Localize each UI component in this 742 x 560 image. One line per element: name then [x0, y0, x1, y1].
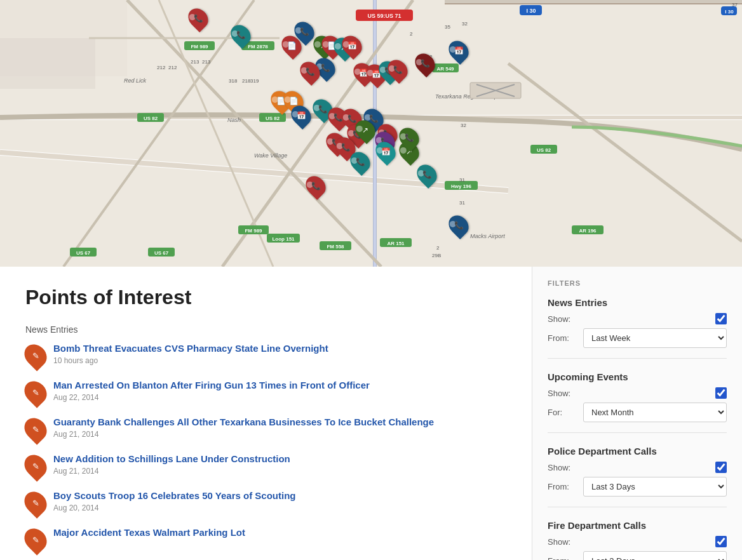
filter-show-checkbox[interactable] — [715, 536, 727, 547]
news-content: Major Accident Texas Walmart Parking Lot — [53, 526, 513, 539]
svg-text:FM 558: FM 558 — [327, 244, 344, 250]
news-date: Aug 21, 2014 — [53, 467, 513, 476]
filter-group-news_entries: News Entries Show: From: Last 24 HoursLa… — [548, 297, 727, 359]
svg-text:US 59:US 71: US 59:US 71 — [367, 13, 401, 19]
filter-from-label: From: — [548, 556, 578, 560]
filter-from-row: From: Last 24 HoursLast 3 DaysLast WeekL… — [548, 328, 727, 348]
news-content: Boy Scouts Troop 16 Celebrates 50 Years … — [53, 490, 513, 512]
news-content: Man Arrested On Blanton After Firing Gun… — [53, 379, 513, 402]
news-headline[interactable]: Man Arrested On Blanton After Firing Gun… — [53, 379, 513, 392]
news-date: 10 hours ago — [53, 356, 513, 365]
news-pin-icon: ✎ — [20, 524, 51, 555]
svg-text:AR 549: AR 549 — [436, 66, 454, 72]
svg-text:212: 212 — [157, 65, 166, 70]
svg-text:318: 318 — [229, 78, 238, 84]
filter-from-label: From: — [548, 333, 578, 343]
filter-group-title: Upcoming Events — [548, 371, 727, 382]
svg-text:35: 35 — [445, 24, 450, 30]
filter-show-label: Show: — [548, 389, 578, 398]
filters-panel: FILTERS News Entries Show: From: Last 24… — [532, 267, 742, 560]
filter-from-select[interactable]: Last 24 HoursLast 3 DaysLast WeekLast Mo… — [583, 551, 727, 560]
news-headline[interactable]: Guaranty Bank Challenges All Other Texar… — [53, 416, 513, 429]
svg-text:I 30: I 30 — [526, 8, 536, 14]
news-item: ✎ Boy Scouts Troop 16 Celebrates 50 Year… — [25, 490, 513, 515]
svg-text:37: 37 — [732, 2, 738, 8]
filter-group-upcoming_events: Upcoming Events Show: For: Next WeekNext… — [548, 371, 727, 433]
svg-text:Nash: Nash — [227, 117, 241, 123]
svg-text:31: 31 — [459, 177, 465, 183]
map-container: US 59:US 71 I 30 I 30 FM 989 FM 2878 US … — [0, 0, 742, 267]
news-pin-icon: ✎ — [20, 450, 51, 481]
svg-text:FM 989: FM 989 — [245, 228, 262, 234]
filter-group-title: News Entries — [548, 297, 727, 308]
svg-text:213: 213 — [191, 59, 199, 65]
filter-show-checkbox[interactable] — [715, 387, 727, 399]
svg-text:2: 2 — [436, 245, 440, 251]
news-section-label: News Entries — [25, 324, 513, 335]
filter-show-row: Show: — [548, 387, 727, 399]
svg-text:32: 32 — [462, 21, 468, 27]
svg-text:AR 196: AR 196 — [579, 228, 597, 234]
filter-group-title: Fire Department Calls — [548, 520, 727, 531]
news-pin-icon: ✎ — [20, 413, 51, 444]
news-headline[interactable]: Bomb Threat Evacuates CVS Pharmacy State… — [53, 342, 513, 355]
svg-text:218: 218 — [242, 78, 251, 84]
news-item: ✎ Major Accident Texas Walmart Parking L… — [25, 526, 513, 552]
filters-title: FILTERS — [548, 279, 727, 287]
svg-text:US 67: US 67 — [76, 250, 91, 256]
filter-show-label: Show: — [548, 537, 578, 547]
news-headline[interactable]: New Addition to Schillings Lane Under Co… — [53, 453, 513, 465]
filter-show-checkbox[interactable] — [715, 462, 727, 473]
filter-from-select[interactable]: Last 24 HoursLast 3 DaysLast WeekLast Mo… — [583, 328, 727, 348]
filter-group-police_calls: Police Department Calls Show: From: Last… — [548, 446, 727, 507]
filter-group-title: Police Department Calls — [548, 446, 727, 457]
news-headline[interactable]: Major Accident Texas Walmart Parking Lot — [53, 526, 513, 539]
filter-show-row: Show: — [548, 536, 727, 547]
page-title: Points of Interest — [25, 286, 513, 309]
svg-text:US 82: US 82 — [266, 116, 280, 121]
svg-text:I 30: I 30 — [725, 9, 734, 15]
filter-show-checkbox[interactable] — [715, 313, 727, 324]
news-content: Bomb Threat Evacuates CVS Pharmacy State… — [53, 342, 513, 365]
svg-text:FM 2878: FM 2878 — [248, 44, 268, 50]
news-content: Guaranty Bank Challenges All Other Texar… — [53, 416, 513, 439]
filter-from-row: From: Last 24 HoursLast 3 DaysLast WeekL… — [548, 551, 727, 560]
svg-text:US 82: US 82 — [537, 147, 551, 153]
content-section: Points of Interest News Entries ✎ Bomb T… — [0, 267, 742, 560]
svg-text:Hwy 196: Hwy 196 — [451, 183, 472, 189]
news-item: ✎ New Addition to Schillings Lane Under … — [25, 453, 513, 478]
svg-text:32: 32 — [461, 123, 466, 128]
filter-from-select[interactable]: Next WeekNext MonthNext 3 Months — [583, 403, 727, 422]
filter-groups: News Entries Show: From: Last 24 HoursLa… — [548, 297, 727, 560]
news-date: Aug 21, 2014 — [53, 430, 513, 439]
svg-text:319: 319 — [250, 78, 259, 84]
news-item: ✎ Man Arrested On Blanton After Firing G… — [25, 379, 513, 404]
svg-text:Loop 151: Loop 151 — [272, 236, 295, 242]
svg-text:Wake Village: Wake Village — [254, 152, 287, 159]
svg-text:2: 2 — [410, 31, 413, 37]
news-date: Aug 22, 2014 — [53, 393, 513, 402]
filter-from-label: From: — [548, 482, 578, 491]
filter-group-fire_calls: Fire Department Calls Show: From: Last 2… — [548, 520, 727, 560]
news-item: ✎ Guaranty Bank Challenges All Other Tex… — [25, 416, 513, 441]
svg-text:US 67: US 67 — [154, 250, 169, 256]
svg-text:US 82: US 82 — [144, 116, 158, 121]
filter-from-row: From: Last 24 HoursLast 3 DaysLast WeekL… — [548, 477, 727, 497]
svg-text:Macks Airport: Macks Airport — [470, 233, 505, 239]
svg-text:213: 213 — [202, 59, 211, 65]
news-pin-icon: ✎ — [20, 377, 51, 408]
news-pin-icon: ✎ — [20, 487, 51, 518]
filter-from-label: For: — [548, 408, 578, 417]
svg-text:31: 31 — [459, 200, 465, 206]
filter-show-label: Show: — [548, 314, 578, 324]
news-headline[interactable]: Boy Scouts Troop 16 Celebrates 50 Years … — [53, 490, 513, 502]
news-item: ✎ Bomb Threat Evacuates CVS Pharmacy Sta… — [25, 342, 513, 368]
news-list: ✎ Bomb Threat Evacuates CVS Pharmacy Sta… — [25, 342, 513, 552]
filter-show-row: Show: — [548, 313, 727, 324]
poi-panel: Points of Interest News Entries ✎ Bomb T… — [0, 267, 532, 560]
svg-text:AR 151: AR 151 — [387, 241, 405, 246]
news-pin-icon: ✎ — [20, 340, 51, 371]
filter-from-select[interactable]: Last 24 HoursLast 3 DaysLast WeekLast Mo… — [583, 477, 727, 497]
news-date: Aug 20, 2014 — [53, 503, 513, 512]
svg-text:212: 212 — [168, 65, 177, 70]
